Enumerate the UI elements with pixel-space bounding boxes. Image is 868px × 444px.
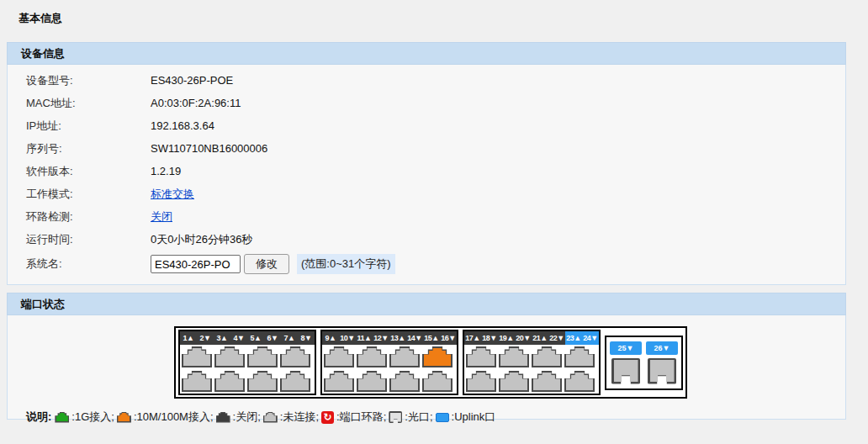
- legend-1g-icon: [55, 412, 69, 423]
- port-13-icon[interactable]: [389, 346, 420, 367]
- port-4-icon[interactable]: [214, 371, 245, 392]
- port-25-icon[interactable]: [611, 358, 640, 384]
- port-17-icon[interactable]: [466, 346, 496, 367]
- system-name-range-hint: (范围:0~31个字符): [297, 254, 395, 274]
- device-info-row: 设备型号:ES430-26P-POE: [8, 69, 845, 92]
- system-name-input[interactable]: [151, 255, 241, 273]
- device-info-row-label: 软件版本:: [8, 160, 151, 182]
- port-2-icon[interactable]: [182, 371, 212, 392]
- port-number-label-2: 2▼: [197, 331, 214, 345]
- port-number-label-26: 26▼: [646, 341, 678, 355]
- port-number-label-23: 23▲: [565, 331, 582, 345]
- port-number-label-11: 11▲: [356, 331, 373, 345]
- port-group-header: 9▲10▼11▲12▼13▲14▼15▲16▼: [322, 331, 457, 345]
- device-info-row-value: SW110710NB16000006: [151, 142, 267, 155]
- device-info-header: 设备信息: [7, 42, 846, 65]
- device-info-row: IP地址:192.168.3.64: [8, 114, 845, 137]
- device-info-row-value: 1.2.19: [151, 165, 181, 177]
- device-info-row: 运行时间:0天0小时26分钟36秒: [8, 228, 845, 251]
- legend-label: :端口环路;: [336, 410, 386, 425]
- port-row: [322, 345, 457, 369]
- port-group-header: 1▲2▼3▲4▼5▲6▼7▲8▼: [180, 331, 315, 345]
- port-number-label-6: 6▼: [264, 331, 281, 345]
- port-23-icon[interactable]: [564, 346, 595, 367]
- port-status-body: 1▲2▼3▲4▼5▲6▼7▲8▼9▲10▼11▲12▼13▲14▼15▲16▼1…: [7, 315, 846, 420]
- port-number-label-9: 9▲: [322, 331, 339, 345]
- device-info-row-label: 序列号:: [8, 137, 151, 160]
- device-info-body: 设备型号:ES430-26P-POEMAC地址:A0:03:0F:2A:96:1…: [7, 65, 846, 285]
- device-info-rows: 设备型号:ES430-26P-POEMAC地址:A0:03:0F:2A:96:1…: [8, 69, 845, 251]
- port-11-icon[interactable]: [357, 346, 387, 367]
- modify-button[interactable]: 修改: [244, 254, 289, 274]
- port-row: [180, 345, 315, 369]
- port-number-label-5: 5▲: [247, 331, 264, 345]
- device-info-row: 软件版本:1.2.19: [8, 160, 845, 182]
- device-info-row-value: ES430-26P-POE: [151, 74, 233, 87]
- port-legend: 说明: :1G接入;:10M/100M接入;:关闭;:未连接;↻:端口环路;:光…: [26, 410, 845, 425]
- port-group: 17▲18▼19▲20▼21▲22▼23▲24▼: [463, 330, 601, 395]
- port-18-icon[interactable]: [466, 371, 496, 392]
- legend-title: 说明:: [26, 410, 51, 425]
- port-number-label-25: 25▼: [610, 341, 642, 355]
- port-number-label-20: 20▼: [515, 331, 532, 345]
- port-16-icon[interactable]: [422, 371, 453, 392]
- port-status-panel: 端口状态 1▲2▼3▲4▼5▲6▼7▲8▼9▲10▼11▲12▼13▲14▼15…: [7, 293, 846, 420]
- legend-100m-icon: [117, 412, 131, 423]
- port-number-label-16: 16▼: [440, 331, 457, 345]
- port-24-icon[interactable]: [564, 371, 595, 392]
- port-9-icon[interactable]: [324, 346, 354, 367]
- legend-label: :Uplink口: [452, 410, 496, 425]
- legend-100m: :10M/100M接入;: [117, 410, 214, 425]
- device-info-row-label: 设备型号:: [8, 69, 151, 92]
- port-12-icon[interactable]: [357, 371, 387, 392]
- port-row: [464, 369, 599, 394]
- port-number-label-24: 24▼: [582, 331, 599, 345]
- port-number-label-3: 3▲: [214, 331, 230, 345]
- port-number-label-1: 1▲: [180, 331, 197, 345]
- legend-fiber: :光口;: [389, 410, 433, 425]
- port-10-icon[interactable]: [324, 371, 354, 392]
- device-info-row-value: 192.168.3.64: [151, 119, 214, 132]
- port-1-icon[interactable]: [182, 346, 212, 367]
- port-row: [322, 369, 457, 394]
- port-21-icon[interactable]: [532, 346, 562, 367]
- port-14-icon[interactable]: [389, 371, 420, 392]
- legend-fiber-icon: [389, 411, 402, 423]
- device-info-row-label: 运行时间:: [8, 228, 151, 251]
- port-number-label-7: 7▲: [281, 331, 298, 345]
- port-number-label-4: 4▼: [230, 331, 247, 345]
- port-15-icon[interactable]: [422, 346, 453, 367]
- device-info-row-value[interactable]: 标准交换: [151, 188, 194, 200]
- device-info-row: 环路检测:关闭: [8, 205, 845, 228]
- legend-unconnected-icon: [263, 412, 278, 423]
- device-info-row-label: IP地址:: [8, 114, 151, 137]
- port-5-icon[interactable]: [247, 346, 278, 367]
- device-info-row: 工作模式:标准交换: [8, 182, 845, 205]
- port-19-icon[interactable]: [499, 346, 529, 367]
- legend-1g: :1G接入;: [55, 410, 115, 425]
- port-row: [464, 345, 599, 369]
- page-title: 基本信息: [0, 0, 868, 20]
- port-diagram: 1▲2▼3▲4▼5▲6▼7▲8▼9▲10▼11▲12▼13▲14▼15▲16▼1…: [174, 326, 687, 399]
- port-26-icon[interactable]: [648, 358, 676, 384]
- legend-uplink: :Uplink口: [436, 410, 497, 425]
- port-number-label-19: 19▲: [498, 331, 515, 345]
- device-info-row-label: MAC地址:: [8, 92, 151, 114]
- device-info-row-value: A0:03:0F:2A:96:11: [151, 97, 241, 109]
- device-info-row-value[interactable]: 关闭: [151, 210, 172, 223]
- port-number-label-8: 8▼: [298, 331, 315, 345]
- port-legend-items: :1G接入;:10M/100M接入;:关闭;:未连接;↻:端口环路;:光口;:U…: [55, 410, 498, 425]
- port-number-label-12: 12▼: [373, 331, 389, 345]
- port-20-icon[interactable]: [499, 371, 529, 392]
- port-7-icon[interactable]: [280, 346, 310, 367]
- port-number-label-21: 21▲: [532, 331, 548, 345]
- legend-label: :光口;: [405, 410, 432, 425]
- port-number-label-13: 13▲: [389, 331, 406, 345]
- port-8-icon[interactable]: [280, 371, 310, 392]
- legend-unconnected: :未连接;: [263, 410, 320, 425]
- legend-port-loop: ↻:端口环路;: [321, 410, 387, 425]
- port-22-icon[interactable]: [532, 371, 562, 392]
- port-number-label-14: 14▼: [406, 331, 423, 345]
- port-6-icon[interactable]: [247, 371, 278, 392]
- port-3-icon[interactable]: [214, 346, 245, 367]
